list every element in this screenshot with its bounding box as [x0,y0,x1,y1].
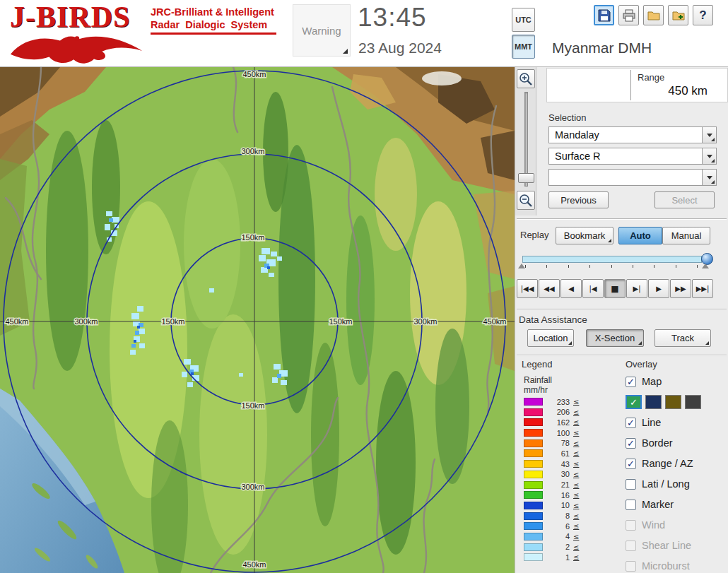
range-ring-label: 150km [329,317,352,326]
replay-slider-track[interactable] [522,256,702,263]
product-dropdown-value: Surface R [549,150,702,162]
select-button[interactable]: Select [654,191,715,208]
help-icon: ? [699,8,706,23]
checkbox[interactable]: ✓ [626,459,636,469]
replay-slider[interactable] [521,252,713,272]
checkbox[interactable] [626,540,636,551]
overlay-label: Wind [642,519,665,531]
overlay-rows: ✓Map✓✓Line✓Border✓Range / AZLati / LongM… [626,374,728,573]
checkbox[interactable]: ✓ [626,438,636,449]
legend-suffix: ≤ [573,471,579,478]
previous-button[interactable]: Previous [548,191,609,208]
save-button[interactable] [594,5,614,25]
range-ring-label: 300km [241,483,264,491]
map-style-swatch-2[interactable] [665,395,681,409]
open-button[interactable] [643,5,664,25]
playback-button-1[interactable]: ◀◀ [539,279,560,298]
zoom-out-button[interactable] [517,191,535,210]
overlay-row-microburst[interactable]: Microburst [626,558,728,573]
playback-button-5[interactable]: ▶| [626,279,647,298]
map-style-swatch-0[interactable]: ✓ [626,395,642,409]
import-button[interactable] [668,5,688,25]
overlay-row-shear-line[interactable]: Shear Line [626,538,728,553]
utc-button[interactable]: UTC [512,8,535,32]
range-ring-label: 450km [242,70,266,78]
range-ring-label: 450km [483,317,506,326]
clock-time: 13:45 [358,3,427,33]
help-button[interactable]: ? [693,5,713,25]
legend-row: 61≤ [524,449,579,457]
playback-button-3[interactable]: |◀ [582,279,604,298]
warning-button[interactable]: Warning [293,4,351,57]
map-style-swatches: ✓ [626,394,728,410]
bookmark-button[interactable]: Bookmark [556,227,613,244]
overlay-row-map[interactable]: ✓Map [626,374,728,389]
playback-button-0[interactable]: |◀◀ [517,279,538,298]
separator [517,309,727,310]
overlay-row-border[interactable]: ✓Border [626,435,728,451]
legend-suffix: ≤ [573,512,579,520]
location-label: Location [533,333,568,343]
checkbox[interactable]: ✓ [626,377,636,387]
overlay-row-lati-long[interactable]: Lati / Long [626,476,728,492]
map-style-swatch-3[interactable] [685,395,701,409]
site-dropdown[interactable]: Mandalay [548,126,717,143]
legend-suffix: ≤ [573,522,579,530]
map-style-swatch-1[interactable] [645,395,662,409]
jbirds-app: J-BIRDS JRC-Brilliant & Intelligent Rada… [0,0,728,573]
zoom-in-button[interactable] [517,69,535,88]
dropdown-arrow-button[interactable] [702,127,716,143]
dropdown-arrow-button[interactable] [702,148,716,164]
x-section-button[interactable]: X-Section [586,329,644,347]
zoom-slider-track[interactable] [524,92,528,187]
checkbox[interactable] [626,561,636,572]
legend-row: 233≤ [524,398,579,406]
corner-triangle-icon [711,180,715,184]
legend-value: 162 [551,418,570,427]
overlay-row-range-az[interactable]: ✓Range / AZ [626,456,728,471]
print-button[interactable] [618,5,639,25]
overlay-row-wind[interactable]: Wind [626,517,728,533]
range-ring-label: 300km [241,147,264,155]
playback-button-2[interactable]: ◀ [560,279,582,298]
extra-dropdown[interactable] [548,169,717,186]
legend-suffix: ≤ [573,460,579,468]
zoom-in-icon [518,71,534,87]
overlay-label: Map [642,376,662,387]
legend-suffix: ≤ [573,398,579,406]
legend-color-swatch [524,553,543,561]
legend-suffix: ≤ [573,408,579,416]
legend-color-swatch [524,418,543,426]
legend-unit-line1: Rainfall [524,375,552,385]
corner-triangle-icon [705,341,709,345]
playback-button-6[interactable]: ▶ [648,279,669,298]
mmt-button[interactable]: MMT [512,35,535,59]
legend-suffix: ≤ [573,533,579,540]
overlay-row-marker[interactable]: Marker [626,497,728,512]
checkbox[interactable] [626,500,636,510]
product-dropdown[interactable]: Surface R [548,148,717,165]
legend-value: 61 [551,449,570,458]
legend-color-swatch [524,460,543,468]
slider-start-marker [518,264,525,268]
slider-tick [546,265,547,268]
overlay-row-line[interactable]: ✓Line [626,415,728,430]
dropdown-arrow-button[interactable] [702,170,716,185]
manual-button[interactable]: Manual [662,227,710,244]
clock-date: 23 Aug 2024 [358,40,442,57]
legend-color-swatch [524,491,543,499]
location-button[interactable]: Location [527,329,574,347]
station-title: Myanmar DMH [552,40,652,57]
zoom-slider-thumb[interactable] [518,173,534,183]
checkbox[interactable] [626,520,636,531]
auto-button[interactable]: Auto [618,227,662,244]
track-button[interactable]: Track [654,329,711,347]
radar-map[interactable]: 450km300km150km150km300km450km450km300km… [0,67,515,573]
radar-map-area[interactable]: 450km300km150km150km300km450km450km300km… [0,67,515,573]
playback-button-8[interactable]: ▶▶| [692,279,713,298]
playback-button-7[interactable]: ▶▶ [670,279,691,298]
header: J-BIRDS JRC-Brilliant & Intelligent Rada… [0,0,728,67]
checkbox[interactable] [626,479,636,490]
playback-button-4[interactable]: ■ [604,279,626,298]
checkbox[interactable]: ✓ [626,418,636,428]
